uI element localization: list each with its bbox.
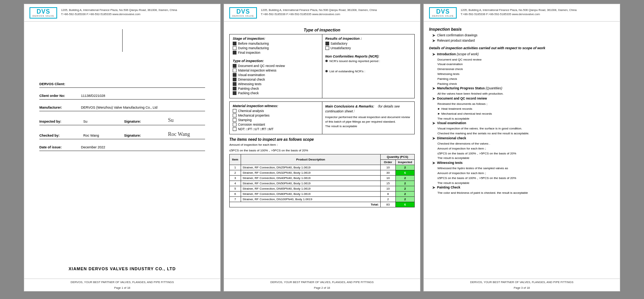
- manufacturer-value: DERVOS (Wenzhou) Valve Manufacturing Co.…: [81, 106, 205, 109]
- inspected-value: Su: [83, 120, 120, 123]
- sig-label: Signature:: [124, 120, 166, 123]
- stage-item-1: Before manufacturing: [233, 42, 319, 45]
- mat-item-1: Chemical analysis: [233, 109, 319, 113]
- cb-filled-icon: [233, 42, 236, 45]
- stage-title: Stage of inspection:: [233, 37, 319, 40]
- logo-area-3: DVS DERVOS VALVE: [429, 7, 457, 19]
- sec7-title: ➤ Painting Check: [429, 185, 614, 190]
- bullet-icon: [325, 60, 328, 62]
- bottom-two-col: Material inspection witness: Chemical an…: [229, 101, 415, 134]
- logo-dvs-2: DVS: [236, 9, 250, 15]
- type-item-2: Material inspection witness: [233, 69, 319, 72]
- inspected-pair: Inspected by: Su: [39, 120, 120, 123]
- basis-item-1: ➤ Client confirmation drawings: [429, 33, 614, 37]
- page3-header: DVS DERVOS VALVE 1205, Building A, Inter…: [424, 4, 620, 22]
- table-cell-inspected: 2: [396, 181, 415, 186]
- result-1: Satisfactory: [325, 42, 412, 45]
- table-cell-desc: Strainer, RF Connection, DN100PN40, Body…: [241, 197, 381, 202]
- mat-item-4: Corrosion resistant: [233, 123, 319, 126]
- type-item-1: Document and QC record review: [233, 64, 319, 68]
- logo-dvs-text: DVS: [37, 9, 50, 15]
- cb-f6: [233, 91, 236, 95]
- type-item-5: Witnessing tests: [233, 82, 319, 86]
- type-item-3: Visual examination: [233, 73, 319, 77]
- ncr-title: Non Conformities Reports (NCR):: [325, 55, 412, 58]
- page1-num: Page 1 of 18: [24, 285, 220, 291]
- table-cell-order: 10: [381, 165, 396, 170]
- sec6-content: Witnessed the hydro testes of the sample…: [429, 166, 614, 185]
- sec4-content: Visual inspection of the valves. the sur…: [429, 126, 614, 136]
- cb-f5: [233, 87, 236, 90]
- arrow-s6: ➤: [432, 161, 435, 165]
- table-cell-item: 7: [230, 197, 241, 202]
- page1-footer: DERVOS, YOUR BEST PARTNER OF VALVES, FLA…: [24, 279, 220, 285]
- logo-area: DVS DERVOS VALVE: [30, 7, 57, 19]
- cb-m1: [233, 109, 236, 113]
- cb-f4: [233, 82, 236, 86]
- table-cell-inspected: 6: [396, 170, 415, 176]
- cb-f2: [233, 73, 236, 77]
- inspected-label: Inspected by:: [39, 120, 81, 123]
- table-cell-item: 5: [230, 186, 241, 192]
- table-row-total: Total:836: [230, 202, 415, 207]
- conclusions-text: Inspector performed the visual inspectio…: [325, 115, 412, 129]
- col-order: Order: [381, 160, 396, 165]
- col-left-1: Stage of inspection: Before manufacturin…: [230, 34, 322, 98]
- page3-body: Inspection basis ➤ Client confirmation d…: [424, 22, 620, 279]
- arrow-s5: ➤: [432, 136, 435, 140]
- sec2-title: ➤ Manufacturing Progress Status (Quantit…: [429, 86, 614, 90]
- order-field-row: Client order No: 11138/D221028: [39, 94, 205, 100]
- table-cell-order: 30: [381, 170, 396, 176]
- manufacturer-field-row: Manufacturer: DERVOS (Wenzhou) Valve Man…: [39, 106, 205, 111]
- items-title: The items need to inspect are as follows…: [229, 137, 415, 142]
- sec3-title: ➤ Document and QC record review: [429, 97, 614, 101]
- client-label: DERVOS Client:: [39, 82, 81, 86]
- cb-filled-icon-2: [233, 51, 236, 55]
- date-label: Date of issue:: [39, 145, 81, 149]
- amount-note1: Amount of inspection for each item：: [229, 143, 415, 147]
- arrow-s1: ➤: [432, 52, 435, 56]
- sig-pair: Signature: Su: [124, 117, 205, 123]
- table-row: 7Strainer, RF Connection, DN100PN40, Bod…: [230, 197, 415, 202]
- stage-item-2: During manufacturing: [233, 46, 319, 50]
- table-cell-desc: Strainer, RF Connection, DN25PN40, Body …: [241, 165, 381, 170]
- page3-footer: DERVOS, YOUR BEST PARTNER OF VALVES, FLA…: [424, 279, 620, 285]
- table-row: 6Strainer, RF Connection, DN80PN40, Body…: [230, 192, 415, 197]
- arrow-s4: ➤: [432, 121, 435, 125]
- cb-r2: [325, 46, 329, 50]
- logo-box: DVS DERVOS VALVE: [30, 7, 57, 19]
- type-item-7: Packing check: [233, 91, 319, 95]
- cb-m3: [233, 118, 236, 122]
- items-table: Item Product Description Quantity (PCS) …: [229, 154, 415, 207]
- total-label: Total:: [230, 202, 381, 207]
- table-cell-inspected: 2: [396, 186, 415, 192]
- col-desc: Product Description: [241, 154, 381, 165]
- type-item-6: Painting check: [233, 87, 319, 90]
- arrow-s2: ➤: [432, 86, 435, 90]
- table-cell-order: 10: [381, 186, 396, 192]
- sec3-content: Reviewed the documents as follows； ► Hea…: [429, 102, 614, 121]
- header-contact-3: 1205, Building A, International Finance …: [460, 7, 576, 17]
- sec6-title: ➤ Witnessing tests: [429, 161, 614, 165]
- table-cell-order: 2: [381, 197, 396, 202]
- cb-m4: [233, 123, 236, 126]
- details-title: Details of inspection activities carried…: [429, 46, 614, 51]
- table-cell-order: 8: [381, 192, 396, 197]
- inspected-row: Inspected by: Su Signature: Su: [39, 117, 205, 125]
- sec1-title: ➤ Introduction (scope of work): [429, 52, 614, 56]
- header-contact: 1205, Building A, International Finance …: [61, 7, 177, 17]
- order-value: 11138/D221028: [81, 94, 205, 98]
- table-cell-inspected: 2: [396, 192, 415, 197]
- table-row: 1Strainer, RF Connection, DN25PN40, Body…: [230, 165, 415, 170]
- page1-body: DERVOS Client: Client order No: 11138/D2…: [24, 22, 220, 279]
- table-cell-item: 3: [230, 176, 241, 181]
- header-contact-2: 1205, Building A, International Finance …: [261, 7, 376, 17]
- arrow-s7: ➤: [432, 185, 435, 190]
- mat-item-3: Stamping: [233, 118, 319, 122]
- col-right-2: Main Conclusions & Remarks: 〈for details…: [322, 102, 415, 134]
- footer-company: XIAMEN DERVOS VALVES INDUSTRY CO., LTD: [68, 259, 176, 275]
- order-label: Client order No:: [39, 94, 81, 98]
- col-inspected: Inspected: [396, 160, 415, 165]
- ncr-item-1: NCR's issued during reported period :: [325, 59, 412, 63]
- basis-title: Inspection basis: [429, 27, 614, 31]
